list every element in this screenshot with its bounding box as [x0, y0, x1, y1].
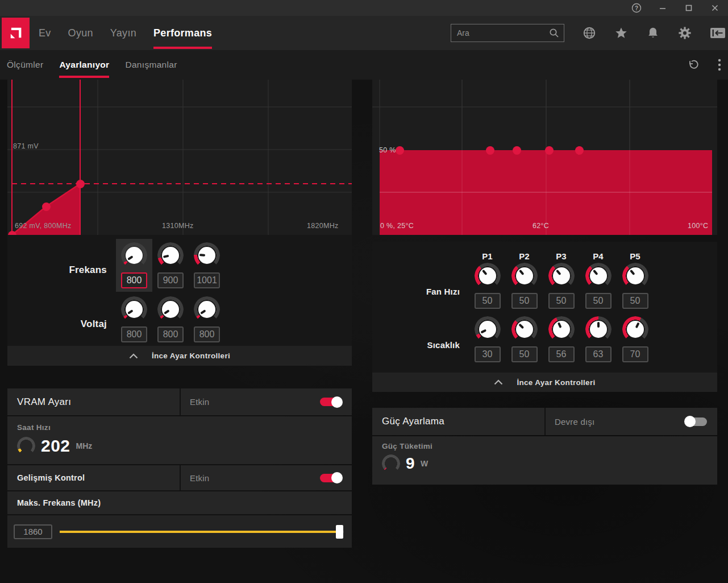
curve-point-3[interactable] — [76, 180, 85, 188]
frequency-value-3[interactable]: 1001 — [194, 272, 220, 288]
tab-ev[interactable]: Ev — [39, 16, 51, 50]
fine-controls-label: İnce Ayar Kontrolleri — [152, 352, 230, 360]
temperature-knob-2[interactable] — [511, 316, 538, 342]
tab-performans[interactable]: Performans — [153, 16, 212, 50]
slider-handle[interactable] — [336, 525, 343, 539]
fan-speed-knob-1[interactable] — [475, 263, 501, 289]
fan-speed-value-2[interactable]: 50 — [511, 293, 538, 309]
voltage-value-2[interactable]: 800 — [157, 326, 184, 342]
voltage-frequency-chart: 871 mV 692 mV, 800MHz 1310MHz 1820MHz — [7, 80, 352, 235]
power-status-text: Devre dışı — [555, 417, 594, 427]
fan-point-3[interactable] — [513, 146, 521, 155]
temp-knob-cell-2: 50 — [506, 313, 543, 366]
vram-toggle[interactable] — [320, 398, 342, 406]
amd-logo[interactable] — [2, 18, 30, 48]
content-area: 871 mV 692 mV, 800MHz 1310MHz 1820MHz Fr… — [0, 80, 728, 583]
fan-speed-knob-4[interactable] — [585, 263, 611, 289]
temperature-knob-1[interactable] — [475, 316, 501, 342]
max-frequency-slider-row: 1860 — [7, 515, 352, 548]
clock-speed-gauge-icon — [17, 437, 35, 455]
fan-knob-cell-2: 50 — [506, 259, 543, 312]
search-icon[interactable] — [549, 28, 559, 38]
max-frequency-cell: Maks. Frekans (MHz) — [7, 491, 101, 514]
x-tick-100c: 100°C — [688, 222, 708, 230]
frequency-knob-3[interactable] — [194, 242, 220, 268]
radeon-software-window: ? Ev Oyun Yayın Performans — [0, 0, 728, 583]
fan-point-4[interactable] — [545, 146, 554, 155]
voltage-value-1[interactable]: 800 — [121, 326, 147, 342]
voltage-frequency-curve — [7, 80, 352, 235]
power-tuning-panel: Güç Ayarlama Devre dışı Güç Tüketimi 9 W — [372, 408, 717, 485]
search-input[interactable] — [457, 28, 549, 38]
max-frequency-label: Maks. Frekans (MHz) — [17, 498, 101, 507]
maximize-button[interactable] — [676, 0, 702, 16]
max-frequency-value[interactable]: 1860 — [14, 524, 52, 539]
frequency-knob-1[interactable] — [121, 242, 147, 268]
power-consumption-block: Güç Tüketimi 9 W — [372, 436, 432, 485]
power-consumption-gauge-icon — [382, 454, 400, 473]
power-status-cell: Devre dışı — [546, 408, 717, 435]
tab-oyun[interactable]: Oyun — [68, 16, 93, 50]
frequency-value-1[interactable]: 800 — [121, 272, 147, 288]
tab-yayin[interactable]: Yayın — [110, 16, 136, 50]
frequency-knob-cell-2: 900 — [152, 239, 189, 292]
notifications-bell-icon[interactable] — [646, 26, 660, 40]
max-frequency-slider[interactable] — [60, 524, 344, 539]
temperature-value-2[interactable]: 50 — [511, 346, 538, 362]
frequency-voltage-knobs: Frekans 800 900 1001 Voltaj — [7, 235, 352, 346]
temperature-knob-5[interactable] — [622, 316, 648, 342]
fan-knobs-area: P1 P2 P3 P4 P5 Fan Hızı 50 50 — [372, 242, 717, 373]
fan-point-2[interactable] — [486, 146, 494, 155]
fan-speed-knob-3[interactable] — [548, 263, 575, 289]
favorites-star-icon[interactable] — [614, 26, 628, 40]
temperature-knob-4[interactable] — [585, 316, 611, 342]
temperature-value-4[interactable]: 63 — [585, 346, 611, 362]
frequency-value-2[interactable]: 900 — [157, 272, 184, 288]
x-tick-1310mhz: 1310MHz — [162, 222, 194, 230]
temperature-value-1[interactable]: 30 — [475, 346, 501, 362]
fan-speed-value-1[interactable]: 50 — [475, 293, 501, 309]
fan-point-5[interactable] — [575, 146, 584, 155]
collapse-panel-icon[interactable] — [710, 26, 726, 40]
fan-speed-value-5[interactable]: 50 — [622, 293, 648, 309]
frequency-row-label: Frekans — [7, 264, 116, 292]
fan-speed-knob-5[interactable] — [622, 263, 648, 289]
settings-gear-icon[interactable] — [678, 26, 692, 40]
power-consumption-label: Güç Tüketimi — [382, 442, 432, 450]
minimize-button[interactable] — [650, 0, 676, 16]
subtab-ayarlaniyor[interactable]: Ayarlanıyor — [59, 50, 109, 80]
temperature-value-5[interactable]: 70 — [622, 346, 648, 362]
voltage-row-label: Voltaj — [7, 319, 116, 346]
power-toggle[interactable] — [685, 417, 707, 426]
fan-point-1[interactable] — [396, 146, 404, 155]
help-icon[interactable]: ? — [623, 0, 650, 16]
fine-controls-collapse-bar[interactable]: İnce Ayar Kontrolleri — [7, 346, 352, 366]
fan-speed-knob-2[interactable] — [511, 263, 538, 289]
chevron-up-icon — [494, 379, 503, 385]
close-button[interactable] — [702, 0, 728, 16]
kebab-menu-icon[interactable] — [718, 59, 721, 71]
voltage-knob-1[interactable] — [121, 296, 147, 322]
globe-icon[interactable] — [583, 26, 596, 40]
subtab-olcumler[interactable]: Ölçümler — [7, 50, 43, 80]
power-consumption-value: 9 — [406, 454, 415, 473]
voltage-knob-3[interactable] — [194, 296, 220, 322]
x-tick-1820mhz: 1820MHz — [307, 222, 339, 230]
origin-label: 692 mV, 800MHz — [15, 222, 72, 230]
subtab-danismanlar[interactable]: Danışmanlar — [125, 50, 177, 80]
x-tick-25c: 0 %, 25°C — [380, 222, 414, 230]
voltage-value-3[interactable]: 800 — [194, 326, 220, 342]
temperature-value-3[interactable]: 56 — [548, 346, 575, 362]
voltage-knob-2[interactable] — [157, 296, 184, 322]
fan-curve-chart: 50 % 0 %, 25°C 62°C 100°C — [372, 80, 717, 235]
fan-speed-value-3[interactable]: 50 — [548, 293, 575, 309]
voltage-knob-cell-2: 800 — [152, 293, 189, 346]
y-tick-50pct: 50 % — [379, 146, 396, 154]
reset-undo-icon[interactable] — [687, 59, 698, 71]
fan-speed-value-4[interactable]: 50 — [585, 293, 611, 309]
fan-fine-controls-collapse-bar[interactable]: İnce Ayar Kontrolleri — [372, 373, 717, 392]
temperature-knob-3[interactable] — [548, 316, 575, 342]
advanced-control-toggle[interactable] — [320, 474, 342, 482]
curve-point-2[interactable] — [42, 202, 51, 211]
frequency-knob-2[interactable] — [157, 242, 184, 268]
